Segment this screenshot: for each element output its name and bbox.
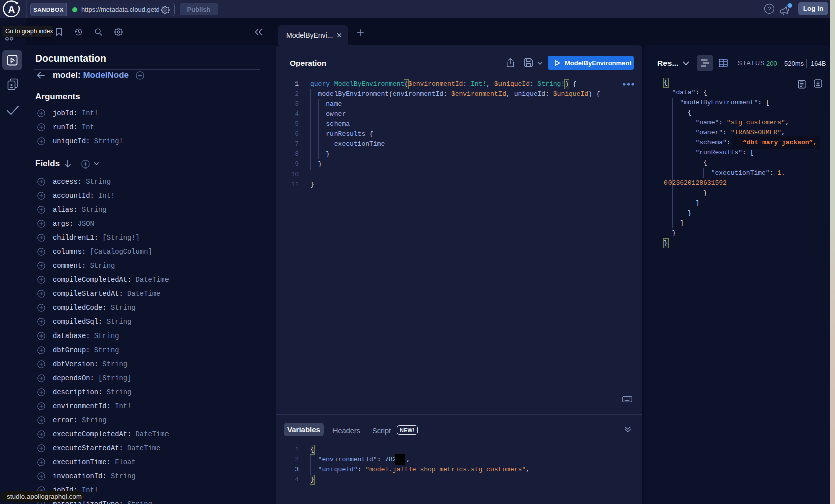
svg-text:A: A xyxy=(8,4,15,15)
svg-text:?: ? xyxy=(767,5,771,13)
